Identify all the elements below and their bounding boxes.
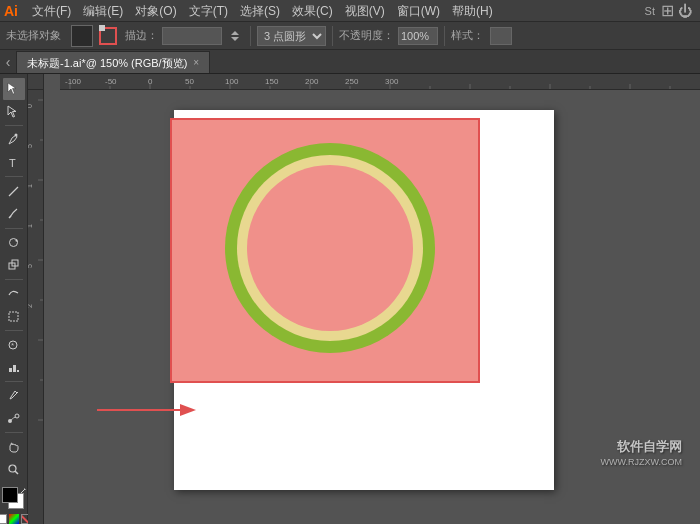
watermark: 软件自学网 WWW.RJZXW.COM xyxy=(601,438,682,469)
svg-marker-1 xyxy=(231,37,239,41)
tab-title: 未标题-1.ai*@ 150% (RGB/预览) xyxy=(27,52,187,74)
svg-text:1: 1 xyxy=(28,184,33,188)
canvas-area: -100 -50 0 50 100 150 200 250 300 xyxy=(28,74,700,524)
svg-text:0: 0 xyxy=(28,104,33,108)
stroke-label: 描边： xyxy=(125,28,158,43)
tab-close-button[interactable]: × xyxy=(193,52,199,74)
svg-text:-50: -50 xyxy=(105,77,117,86)
menu-object[interactable]: 对象(O) xyxy=(129,0,182,22)
selection-tool[interactable] xyxy=(3,78,25,100)
svg-text:150: 150 xyxy=(265,77,279,86)
ai-logo: Ai xyxy=(4,3,18,19)
svg-text:250: 250 xyxy=(345,77,359,86)
svg-text:1: 1 xyxy=(28,224,33,228)
watermark-line2: WWW.RJZXW.COM xyxy=(601,456,682,469)
pen-tool[interactable] xyxy=(3,129,25,151)
svg-point-2 xyxy=(15,134,18,137)
tool-divider-3 xyxy=(5,228,23,229)
menu-effect[interactable]: 效果(C) xyxy=(286,0,339,22)
line-tool[interactable] xyxy=(3,180,25,202)
tool-divider-2 xyxy=(5,176,23,177)
svg-rect-14 xyxy=(17,370,19,372)
free-transform-tool[interactable] xyxy=(3,305,25,327)
watermelon-inner-red xyxy=(247,165,413,331)
tool-divider-7 xyxy=(5,432,23,433)
ruler-corner: -100 -50 0 50 100 150 200 250 300 xyxy=(28,74,700,90)
no-selection-label: 未选择对象 xyxy=(6,28,61,43)
arrow-container xyxy=(92,395,202,428)
svg-text:2: 2 xyxy=(28,304,33,308)
tool-divider-4 xyxy=(5,279,23,280)
svg-line-4 xyxy=(9,187,18,196)
pencil-tool[interactable] xyxy=(3,203,25,225)
menu-bar: Ai 文件(F) 编辑(E) 对象(O) 文字(T) 选择(S) 效果(C) 视… xyxy=(0,0,700,22)
menu-window[interactable]: 窗口(W) xyxy=(391,0,446,22)
tool-divider-5 xyxy=(5,330,23,331)
stroke-swatch-container xyxy=(99,25,121,47)
svg-text:T: T xyxy=(9,157,16,169)
rotate-tool[interactable] xyxy=(3,232,25,254)
eyedropper-tool[interactable] xyxy=(3,385,25,407)
column-graph-tool[interactable] xyxy=(3,356,25,378)
tool-divider-1 xyxy=(5,125,23,126)
stroke-indicator xyxy=(99,25,105,31)
canvas-viewport[interactable]: 软件自学网 WWW.RJZXW.COM xyxy=(44,90,700,524)
document-tab[interactable]: 未标题-1.ai*@ 150% (RGB/预览) × xyxy=(16,51,210,73)
swap-colors-icon[interactable] xyxy=(20,485,28,493)
canvas-row: 0 5 1 1 5 2 xyxy=(28,90,700,524)
scroll-left-icon[interactable]: ‹ xyxy=(0,50,16,73)
none-color-button[interactable] xyxy=(0,514,7,524)
svg-point-6 xyxy=(10,238,18,246)
menu-text[interactable]: 文字(T) xyxy=(183,0,234,22)
svg-text:*: * xyxy=(11,341,14,350)
add-anchor-tool[interactable]: T xyxy=(3,152,25,174)
warp-tool[interactable] xyxy=(3,283,25,305)
svg-line-5 xyxy=(9,216,11,218)
menu-select[interactable]: 选择(S) xyxy=(234,0,286,22)
svg-text:50: 50 xyxy=(185,77,194,86)
svg-line-15 xyxy=(17,392,18,393)
svg-text:100: 100 xyxy=(225,77,239,86)
arrow-svg xyxy=(92,395,202,425)
artwork-container xyxy=(170,118,490,403)
menu-view[interactable]: 视图(V) xyxy=(339,0,391,22)
color-mode-buttons xyxy=(0,514,31,524)
svg-rect-9 xyxy=(9,312,18,321)
options-bar: 未选择对象 描边： 3 点圆形 不透明度： 样式： xyxy=(0,22,700,50)
fill-swatch[interactable] xyxy=(71,25,93,47)
watermark-line1: 软件自学网 xyxy=(601,438,682,456)
svg-text:200: 200 xyxy=(305,77,319,86)
svg-text:300: 300 xyxy=(385,77,399,86)
gradient-button[interactable] xyxy=(9,514,19,524)
tool-divider-6 xyxy=(5,381,23,382)
point-style-select[interactable]: 3 点圆形 xyxy=(257,26,326,46)
zoom-tool[interactable] xyxy=(3,459,25,481)
color-swatch-stack[interactable] xyxy=(2,487,26,511)
direct-selection-tool[interactable] xyxy=(3,101,25,123)
workspace: T * xyxy=(0,74,700,524)
menu-file[interactable]: 文件(F) xyxy=(26,0,77,22)
opacity-input[interactable] xyxy=(398,27,438,45)
stroke-up-down[interactable] xyxy=(226,27,244,45)
toolbar: T * xyxy=(0,74,28,524)
svg-text:5: 5 xyxy=(28,264,33,268)
svg-marker-0 xyxy=(231,31,239,35)
style-swatch[interactable] xyxy=(490,27,512,45)
horizontal-ruler: -100 -50 0 50 100 150 200 250 300 xyxy=(60,74,700,90)
blend-tool[interactable] xyxy=(3,408,25,430)
svg-text:-100: -100 xyxy=(65,77,82,86)
style-label: 样式： xyxy=(451,28,484,43)
opacity-label: 不透明度： xyxy=(339,28,394,43)
foreground-color-swatch[interactable] xyxy=(2,487,18,503)
menu-help[interactable]: 帮助(H) xyxy=(446,0,499,22)
scale-tool[interactable] xyxy=(3,254,25,276)
symbol-sprayer-tool[interactable]: * xyxy=(3,334,25,356)
svg-rect-13 xyxy=(13,365,16,372)
divider-1 xyxy=(250,26,251,46)
divider-3 xyxy=(444,26,445,46)
stroke-input[interactable] xyxy=(162,27,222,45)
hand-tool[interactable] xyxy=(3,436,25,458)
svg-point-18 xyxy=(9,465,16,472)
menu-edit[interactable]: 编辑(E) xyxy=(77,0,129,22)
svg-line-19 xyxy=(15,471,18,474)
